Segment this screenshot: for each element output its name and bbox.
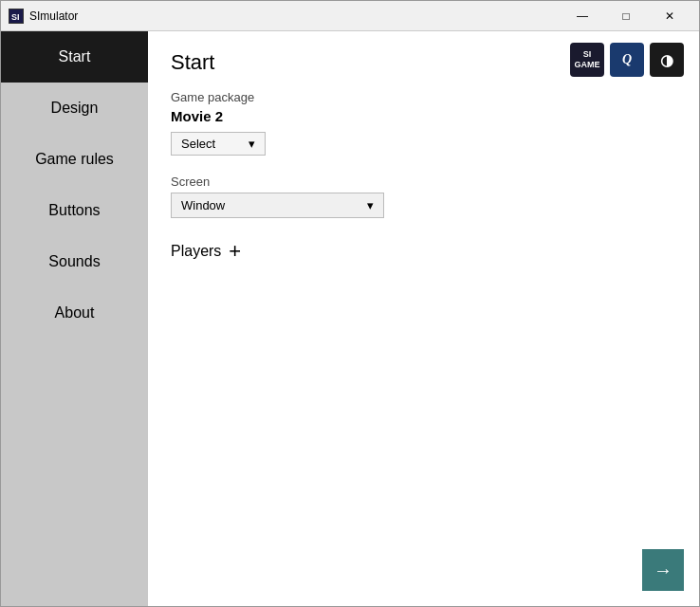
game-package-label: Game package: [171, 90, 676, 104]
sidebar: Start Design Game rules Buttons Sounds A…: [1, 31, 148, 606]
screen-label: Screen: [171, 175, 676, 189]
maximize-button[interactable]: □: [604, 1, 648, 31]
sidebar-item-design[interactable]: Design: [1, 83, 148, 134]
sidebar-item-sounds[interactable]: Sounds: [1, 236, 148, 287]
minimize-button[interactable]: —: [561, 1, 604, 31]
titlebar-left: SI SImulator: [9, 9, 78, 24]
package-name: Movie 2: [171, 108, 676, 124]
players-row: Players +: [171, 241, 676, 262]
sidebar-item-start[interactable]: Start: [1, 31, 148, 83]
next-button[interactable]: →: [642, 549, 684, 591]
titlebar: SI SImulator — □ ✕: [1, 1, 699, 31]
screen-dropdown[interactable]: Window ▾: [171, 193, 384, 218]
sidebar-item-about[interactable]: About: [1, 287, 148, 339]
app-icon: SI: [9, 9, 24, 24]
chevron-down-icon: ▾: [367, 198, 374, 212]
svg-text:SI: SI: [11, 12, 20, 22]
content-area: SIGAME Q ◑ Start Game package Movie 2 Se…: [148, 31, 699, 606]
chevron-down-icon: ▾: [249, 137, 255, 151]
arrow-right-icon: →: [654, 560, 672, 581]
window-controls: — □ ✕: [561, 1, 691, 31]
sidebar-item-buttons[interactable]: Buttons: [1, 185, 148, 236]
close-button[interactable]: ✕: [648, 1, 691, 31]
add-player-button[interactable]: +: [229, 241, 241, 262]
package-icon[interactable]: ◑: [650, 43, 684, 77]
select-button[interactable]: Select ▾: [171, 132, 266, 156]
players-label: Players: [171, 243, 221, 260]
main-layout: Start Design Game rules Buttons Sounds A…: [1, 31, 699, 606]
q-icon[interactable]: Q: [610, 43, 644, 77]
app-title: SImulator: [29, 9, 78, 23]
si-game-icon[interactable]: SIGAME: [570, 43, 604, 77]
sidebar-item-game-rules[interactable]: Game rules: [1, 134, 148, 185]
header-icons: SIGAME Q ◑: [570, 43, 684, 77]
